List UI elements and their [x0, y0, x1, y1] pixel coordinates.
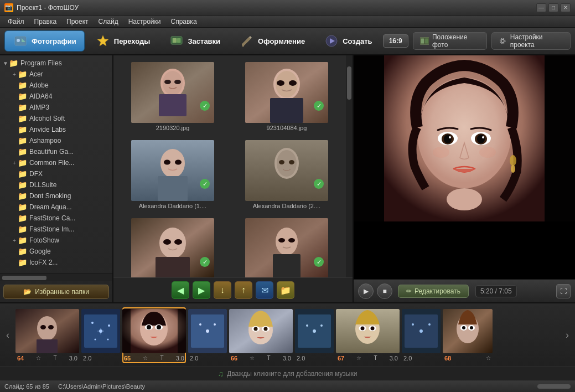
filmstrip-container: ‹ [0, 302, 575, 380]
tree-item-alcoholsoft[interactable]: 📁 Alcohol Soft [0, 113, 112, 124]
menu-help[interactable]: Справка [166, 17, 201, 27]
film-label-65: 65 ☆ T 3.0 [124, 355, 184, 362]
screensavers-icon [169, 33, 184, 49]
photo-item-3[interactable]: ✓ Alexandra Daddario (1.... [118, 138, 227, 212]
photo-item-6[interactable]: ✓ Alexis Knapp.jpg [232, 216, 341, 277]
tree-item-programfiles[interactable]: ▼ 📁 Program Files [0, 58, 112, 69]
add-music-label: Дважды кликните для добавления музыки [227, 370, 357, 378]
folder-button[interactable]: 📁 [277, 281, 294, 299]
tab-screensavers[interactable]: Заставки [160, 30, 229, 51]
menu-project[interactable]: Проект [62, 17, 93, 27]
add-music-bar[interactable]: ♫ Дважды кликните для добавления музыки [0, 367, 575, 380]
edit-label: Редактировать [415, 287, 460, 295]
tree-item-acer[interactable]: + 📁 Acer [0, 69, 112, 80]
tree-item-dllsuite[interactable]: 📁 DLLSuite [0, 179, 112, 190]
film-transition-1[interactable]: 2.0 [81, 307, 120, 363]
filmstrip-next-button[interactable]: › [562, 303, 573, 367]
photo-vscrollbar[interactable] [346, 55, 353, 277]
favorites-button[interactable]: 📂 Избранные папки [3, 285, 109, 299]
tree-scrollbar[interactable] [0, 274, 112, 281]
center-panel: ✓ 2190320.jpg [113, 55, 354, 302]
film-transition-2[interactable]: 2.0 [188, 307, 227, 363]
svg-point-37 [279, 160, 284, 164]
svg-point-31 [164, 160, 170, 165]
tree-item-aida64[interactable]: 📁 AIDA64 [0, 91, 112, 102]
favorites-icon: 📂 [23, 288, 32, 296]
window-title: Проект1 - ФотоШОУ [17, 4, 79, 12]
tab-create[interactable]: Создать [315, 30, 380, 51]
ratio-badge: 16:9 [383, 34, 408, 48]
tree-item-faststone1[interactable]: 📁 FastStone Ca... [0, 213, 112, 224]
file-tree: ▼ 📁 Program Files + 📁 Acer 📁 Adobe 📁 AID… [0, 55, 112, 274]
svg-point-91 [206, 329, 209, 333]
svg-point-27 [289, 80, 297, 86]
email-button[interactable]: ✉ [256, 281, 273, 299]
project-settings-button[interactable]: Настройки проекта [491, 32, 571, 50]
tree-item-dfx[interactable]: 📁 DFX [0, 168, 112, 179]
minimize-button[interactable]: — [536, 3, 546, 12]
move-down-button[interactable]: ↓ [214, 281, 231, 299]
tree-item-beautifun[interactable]: 📁 Beautifun Ga... [0, 146, 112, 157]
film-item-68[interactable]: 68 ☆ [443, 307, 493, 363]
tab-design[interactable]: Оформление [231, 30, 313, 51]
svg-point-104 [320, 324, 323, 327]
svg-point-21 [164, 80, 171, 84]
film-item-66[interactable]: 66 ☆ T 3.0 [229, 307, 293, 363]
photos-icon [13, 33, 28, 49]
film-transition-label-2: 2.0 [190, 355, 225, 362]
tab-transitions[interactable]: Переходы [87, 30, 159, 51]
menu-edit[interactable]: Правка [30, 17, 61, 27]
film-item-65[interactable]: 65 ☆ T 3.0 [122, 307, 186, 363]
svg-rect-43 [156, 257, 190, 277]
edit-button[interactable]: ✏ Редактировать [398, 285, 469, 298]
statusbar: Слайд: 65 из 85 C:\Users\Admin\Pictures\… [0, 380, 575, 392]
tree-item-dreamaqua[interactable]: 📁 Dream Aqua... [0, 202, 112, 213]
svg-point-64 [479, 147, 496, 158]
tree-item-dontsmoking[interactable]: 📁 Dont Smoking [0, 190, 112, 202]
film-item-67[interactable]: 67 ☆ T 3.0 [336, 307, 400, 363]
close-button[interactable]: ✕ [561, 3, 571, 12]
photo-item-5[interactable]: ✓ Alexandra Daddario.jpeg [118, 216, 227, 277]
photo-check-4: ✓ [314, 179, 324, 189]
fullscreen-button[interactable]: ⛶ [556, 284, 571, 298]
tree-item-commonfile[interactable]: + 📁 Common File... [0, 157, 112, 168]
tree-item-adobe[interactable]: 📁 Adobe [0, 80, 112, 91]
menu-file[interactable]: Файл [3, 17, 29, 27]
tree-item-anvide[interactable]: 📁 Anvide Labs [0, 124, 112, 135]
film-transition-svg-3 [295, 309, 334, 353]
tree-item-fotoshow[interactable]: + 📁 FotoShow [0, 235, 112, 246]
photo-item-2[interactable]: ✓ 923104084.jpg [232, 60, 341, 133]
play-button[interactable]: ▶ [358, 283, 374, 299]
tree-item-google[interactable]: 📁 Google [0, 246, 112, 257]
filmstrip-prev-button[interactable]: ‹ [2, 303, 13, 367]
tree-item-ashampoo[interactable]: 📁 Ashampoo [0, 135, 112, 146]
favorites-label: Избранные папки [35, 288, 89, 296]
film-transition-svg-4 [402, 309, 441, 353]
photo-position-icon [420, 37, 429, 45]
menu-settings[interactable]: Настройки [124, 17, 165, 27]
photo-item-1[interactable]: ✓ 2190320.jpg [118, 60, 227, 133]
svg-point-30 [160, 149, 185, 178]
tab-photos[interactable]: Фотографии [4, 30, 85, 51]
film-transition-label-3: 2.0 [297, 355, 332, 362]
photo-position-button[interactable]: Положение фото [413, 32, 488, 50]
time-display: 5:20 / 7:05 [475, 285, 517, 297]
film-transition-4[interactable]: 2.0 [402, 307, 441, 363]
stop-button[interactable]: ■ [377, 283, 392, 299]
next-button[interactable]: ▶ [193, 281, 210, 299]
photo-item-4[interactable]: ✓ Alexandra Daddario (2.... [232, 138, 341, 212]
photo-thumb-svg-1 [131, 62, 214, 123]
film-item-64[interactable]: 64 ☆ T 3.0 [15, 307, 79, 363]
film-transition-3[interactable]: 2.0 [295, 307, 334, 363]
maximize-button[interactable]: □ [548, 3, 558, 12]
svg-point-63 [433, 147, 449, 158]
preview-area [354, 55, 575, 279]
tree-item-icofx[interactable]: 📁 IcoFX 2... [0, 257, 112, 268]
film-label-66: 66 ☆ T 3.0 [231, 355, 291, 362]
prev-button[interactable]: ◀ [172, 281, 189, 299]
hscroll-thumb[interactable] [537, 384, 571, 389]
menu-slide[interactable]: Слайд [94, 17, 123, 27]
move-up-button[interactable]: ↑ [235, 281, 252, 299]
tree-item-aimp3[interactable]: 📁 AIMP3 [0, 102, 112, 113]
tree-item-faststone2[interactable]: 📁 FastStone Im... [0, 224, 112, 235]
